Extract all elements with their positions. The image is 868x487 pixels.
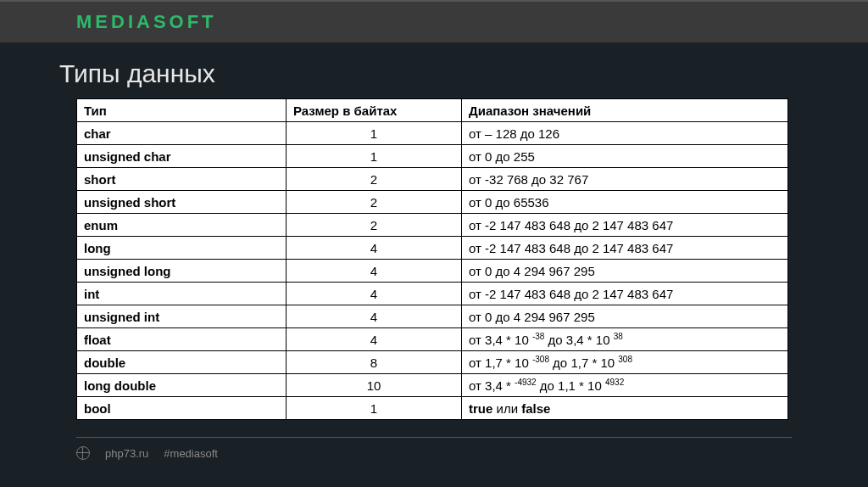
- cell-type: float: [77, 328, 287, 351]
- cell-range: от 3,4 * -4932 до 1,1 * 10 4932: [462, 374, 788, 397]
- cell-size: 4: [287, 237, 462, 260]
- cell-type: unsigned int: [77, 305, 287, 328]
- cell-size: 1: [287, 397, 462, 420]
- cell-range: от 1,7 * 10 -308 до 1,7 * 10 308: [462, 351, 788, 374]
- cell-size: 1: [287, 145, 462, 168]
- cell-range: от 0 до 4 294 967 295: [462, 260, 788, 283]
- table-header-row: Тип Размер в байтах Диапазон значений: [77, 99, 788, 122]
- table-row: enum2от -2 147 483 648 до 2 147 483 647: [77, 214, 788, 237]
- header-size: Размер в байтах: [287, 99, 462, 122]
- cell-type: unsigned long: [77, 260, 287, 283]
- table-row: double8от 1,7 * 10 -308 до 1,7 * 10 308: [77, 351, 788, 374]
- cell-range: от 0 до 4 294 967 295: [462, 305, 788, 328]
- logo: MEDIASOFT: [76, 11, 217, 33]
- cell-range: от – 128 до 126: [462, 122, 788, 145]
- data-types-table: Тип Размер в байтах Диапазон значений ch…: [76, 98, 788, 420]
- cell-size: 2: [287, 168, 462, 191]
- cell-range: от -2 147 483 648 до 2 147 483 647: [462, 237, 788, 260]
- footer-hashtag: #mediasoft: [164, 447, 218, 460]
- cell-type: long: [77, 237, 287, 260]
- header-bar: MEDIASOFT: [0, 0, 868, 44]
- table-row: float4от 3,4 * 10 -38 до 3,4 * 10 38: [77, 328, 788, 351]
- cell-range: от 0 до 65536: [462, 191, 788, 214]
- cell-type: int: [77, 283, 287, 305]
- table-row: int4от -2 147 483 648 до 2 147 483 647: [77, 283, 788, 305]
- table-row: unsigned char1от 0 до 255: [77, 145, 788, 168]
- cell-type: unsigned char: [77, 145, 287, 168]
- table-row: unsigned short2от 0 до 65536: [77, 191, 788, 214]
- cell-range: от -32 768 до 32 767: [462, 168, 788, 191]
- table-row: long4от -2 147 483 648 до 2 147 483 647: [77, 237, 788, 260]
- table-row: char1от – 128 до 126: [77, 122, 788, 145]
- cell-size: 4: [287, 283, 462, 305]
- cell-range: от -2 147 483 648 до 2 147 483 647: [462, 283, 788, 305]
- table-row: short2от -32 768 до 32 767: [77, 168, 788, 191]
- cell-type: unsigned short: [77, 191, 287, 214]
- table-row: long double10от 3,4 * -4932 до 1,1 * 10 …: [77, 374, 788, 397]
- cell-size: 4: [287, 260, 462, 283]
- divider: [76, 437, 792, 438]
- cell-range: от -2 147 483 648 до 2 147 483 647: [462, 214, 788, 237]
- cell-size: 8: [287, 351, 462, 374]
- cell-type: enum: [77, 214, 287, 237]
- table-container: Тип Размер в байтах Диапазон значений ch…: [76, 98, 788, 420]
- header-type: Тип: [77, 99, 287, 122]
- cell-size: 1: [287, 122, 462, 145]
- table-row: bool1true или false: [77, 397, 788, 420]
- cell-size: 4: [287, 305, 462, 328]
- table-row: unsigned int4от 0 до 4 294 967 295: [77, 305, 788, 328]
- cell-size: 10: [287, 374, 462, 397]
- cell-type: short: [77, 168, 287, 191]
- cell-range: от 0 до 255: [462, 145, 788, 168]
- cell-size: 2: [287, 214, 462, 237]
- globe-icon: [76, 446, 90, 460]
- cell-size: 2: [287, 191, 462, 214]
- footer-site: php73.ru: [105, 447, 148, 460]
- footer: php73.ru #mediasoft: [76, 446, 868, 460]
- table-row: unsigned long4от 0 до 4 294 967 295: [77, 260, 788, 283]
- cell-range: true или false: [462, 397, 788, 420]
- cell-size: 4: [287, 328, 462, 351]
- cell-type: double: [77, 351, 287, 374]
- cell-range: от 3,4 * 10 -38 до 3,4 * 10 38: [462, 328, 788, 351]
- cell-type: char: [77, 122, 287, 145]
- cell-type: long double: [77, 374, 287, 397]
- page-title: Типы данных: [59, 59, 868, 88]
- cell-type: bool: [77, 397, 287, 420]
- header-range: Диапазон значений: [462, 99, 788, 122]
